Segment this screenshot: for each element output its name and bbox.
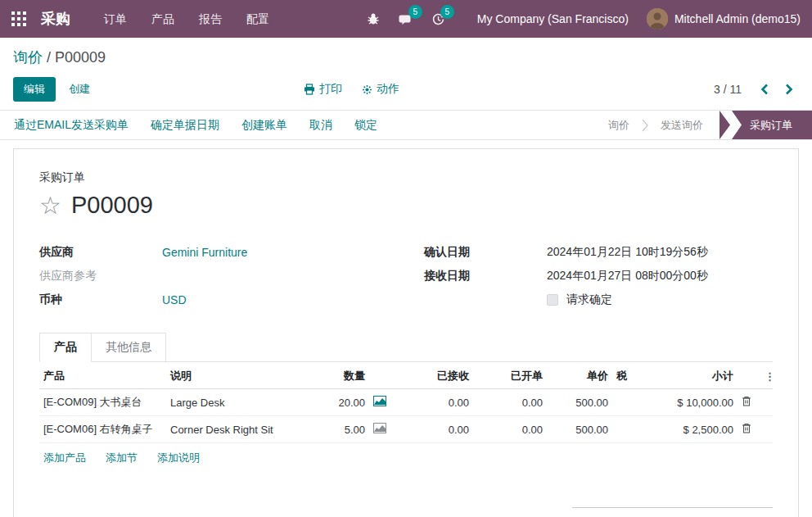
cancel-button[interactable]: 取消 <box>309 118 332 133</box>
header-quantity: 数量 <box>322 362 369 389</box>
form-sheet: 采购订单 ☆ P00009 供应商 Gemini Furniture 供应商参考… <box>13 148 799 517</box>
breadcrumb-separator: / <box>43 49 55 66</box>
cell-description: Corner Desk Right Sit <box>166 416 322 443</box>
pager-previous-icon[interactable] <box>755 82 774 97</box>
statusbar-buttons: 通过EMAIL发送采购单 确定单据日期 创建账单 取消 锁定 <box>0 111 377 139</box>
control-panel-buttons-row: 编辑 创建 打印 <box>13 77 799 102</box>
cell-product: [E-COM06] 右转角桌子 <box>39 416 166 443</box>
systray: 5 5 <box>358 12 454 26</box>
order-line-row[interactable]: [E-COM09] 大书桌台 Large Desk 20.00 0.00 0.0… <box>39 389 773 416</box>
gear-icon <box>362 84 372 95</box>
table-header-row: 产品 说明 数量 已接收 已开单 单价 税 小计 ⋮ <box>39 362 773 389</box>
odoo-purchase-form-screen: 采购 订单 产品 报告 配置 5 <box>0 0 812 517</box>
notebook-tabs: 产品 其他信息 <box>39 333 773 362</box>
header-billed: 已开单 <box>473 362 547 389</box>
action-label: 动作 <box>377 82 399 97</box>
step-arrowhead-icon <box>720 111 730 139</box>
create-bill-button[interactable]: 创建账单 <box>241 118 287 133</box>
action-menu-button[interactable]: 动作 <box>362 82 399 97</box>
breadcrumb-parent-link[interactable]: 询价 <box>13 49 43 66</box>
menu-orders[interactable]: 订单 <box>92 0 139 38</box>
header-product: 产品 <box>39 362 166 389</box>
user-name: Mitchell Admin (demo15) <box>674 12 801 25</box>
tab-other-info[interactable]: 其他信息 <box>92 333 166 362</box>
ask-confirmation-checkbox[interactable] <box>547 294 558 306</box>
header-subtotal: 小计 <box>643 362 738 389</box>
top-navbar: 采购 订单 产品 报告 配置 5 <box>0 0 812 38</box>
cell-description: Large Desk <box>166 389 322 416</box>
cell-quantity: 20.00 <box>322 389 369 416</box>
header-received: 已接收 <box>395 362 473 389</box>
step-purchase-order[interactable]: 采购订单 <box>732 111 812 139</box>
receipt-date-value: 2024年01月27日 08时00分00秒 <box>547 269 708 283</box>
header-taxes: 税 <box>612 362 643 389</box>
print-label: 打印 <box>319 82 342 97</box>
cell-taxes <box>612 389 643 416</box>
optional-columns-icon[interactable]: ⋮ <box>760 362 773 389</box>
company-switcher[interactable]: My Company (San Francisco) <box>477 12 629 25</box>
header-unit-price: 单价 <box>547 362 612 389</box>
field-group: 供应商 Gemini Furniture 供应商参考 币种 USD 确认日期 2… <box>39 240 773 311</box>
activities-clock-icon[interactable]: 5 <box>422 12 454 26</box>
step-chevron-icon <box>641 111 649 139</box>
cell-billed: 0.00 <box>473 416 547 443</box>
vendor-value-link[interactable]: Gemini Furniture <box>162 246 247 259</box>
activities-badge: 5 <box>440 5 454 19</box>
currency-value-link[interactable]: USD <box>162 293 187 306</box>
vendor-reference-label: 供应商参考 <box>39 269 162 283</box>
cell-subtotal: $ 2,500.00 <box>643 416 738 443</box>
cell-received: 0.00 <box>395 416 473 443</box>
control-panel: 询价 / P00009 编辑 创建 打印 <box>0 38 812 102</box>
cell-quantity: 5.00 <box>322 416 369 443</box>
menu-configuration[interactable]: 配置 <box>234 0 282 38</box>
order-line-row[interactable]: [E-COM06] 右转角桌子 Corner Desk Right Sit 5.… <box>39 416 773 443</box>
menu-reporting[interactable]: 报告 <box>187 0 234 38</box>
messages-icon[interactable]: 5 <box>389 12 422 26</box>
add-product-link[interactable]: 添加产品 <box>43 451 86 465</box>
step-rfq-sent[interactable]: 发送询价 <box>649 111 715 139</box>
confirm-date-button[interactable]: 确定单据日期 <box>151 118 219 133</box>
receipt-date-label: 接收日期 <box>424 269 547 283</box>
printer-icon <box>304 84 315 95</box>
cell-taxes <box>612 416 643 443</box>
statusbar: 通过EMAIL发送采购单 确定单据日期 创建账单 取消 锁定 询价 发送询价 采… <box>0 110 812 140</box>
delete-line-trash-icon[interactable] <box>742 423 751 433</box>
cell-billed: 0.00 <box>473 389 547 416</box>
confirmation-date-value: 2024年01月22日 10时19分56秒 <box>547 245 708 260</box>
order-total: 合计: $ 12,500.00 <box>572 507 773 517</box>
line-add-links: 添加产品 添加节 添加说明 <box>39 443 773 473</box>
ask-confirmation-label: 请求确定 <box>566 293 612 307</box>
cell-unit-price: 500.00 <box>547 389 612 416</box>
add-note-link[interactable]: 添加说明 <box>157 451 200 465</box>
tab-products[interactable]: 产品 <box>39 333 92 362</box>
pager-count: 3 / 11 <box>714 83 742 96</box>
statusbar-steps: 询价 发送询价 采购订单 <box>597 111 812 139</box>
vendor-label: 供应商 <box>39 245 162 260</box>
forecast-chart-icon[interactable] <box>373 396 386 406</box>
favorite-star-icon[interactable]: ☆ <box>39 193 61 218</box>
app-name[interactable]: 采购 <box>41 9 70 29</box>
print-menu-button[interactable]: 打印 <box>304 82 342 97</box>
user-menu[interactable]: Mitchell Admin (demo15) <box>647 8 812 29</box>
lock-button[interactable]: 锁定 <box>354 118 377 133</box>
cell-product: [E-COM09] 大书桌台 <box>39 389 166 416</box>
breadcrumb: 询价 / P00009 <box>13 48 799 67</box>
debug-bug-icon[interactable] <box>358 12 389 25</box>
confirmation-date-label: 确认日期 <box>424 245 547 260</box>
user-avatar <box>647 8 668 29</box>
pager: 3 / 11 <box>714 82 799 97</box>
delete-line-trash-icon[interactable] <box>742 396 751 406</box>
header-description: 说明 <box>166 362 322 389</box>
document-title: P00009 <box>71 192 153 219</box>
forecast-chart-icon[interactable] <box>373 423 386 433</box>
cell-unit-price: 500.00 <box>547 416 612 443</box>
send-by-email-button[interactable]: 通过EMAIL发送采购单 <box>14 118 129 133</box>
create-button[interactable]: 创建 <box>69 82 90 97</box>
apps-grid-icon[interactable] <box>0 11 38 26</box>
step-rfq[interactable]: 询价 <box>597 111 641 139</box>
pager-next-icon[interactable] <box>779 82 799 97</box>
menu-products[interactable]: 产品 <box>139 0 187 38</box>
add-section-link[interactable]: 添加节 <box>106 451 138 465</box>
edit-button[interactable]: 编辑 <box>13 77 56 102</box>
cell-received: 0.00 <box>395 389 473 416</box>
